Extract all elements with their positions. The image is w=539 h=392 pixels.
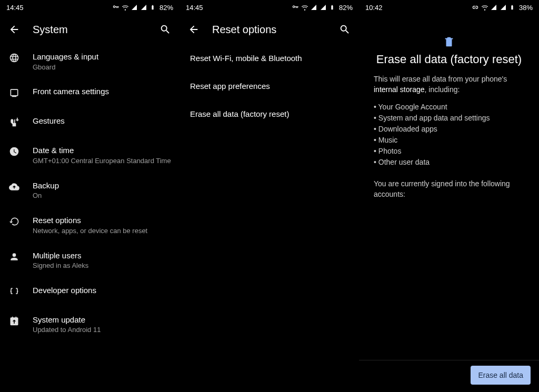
link-icon	[472, 4, 479, 11]
bullet-item: • Music	[374, 135, 524, 146]
bullet-item: • Other user data	[374, 157, 524, 168]
update-icon	[8, 315, 20, 326]
status-time: 14:45	[186, 4, 203, 12]
item-sub: GMT+01:00 Central European Standard Time	[33, 157, 171, 166]
globe-icon	[8, 52, 20, 63]
signal-icon	[141, 4, 148, 11]
signal-icon	[311, 4, 318, 11]
item-sub: Network, apps, or device can be reset	[33, 227, 171, 236]
back-button[interactable]	[8, 24, 20, 35]
bullet-item: • Downloaded apps	[374, 124, 524, 135]
item-label: System update	[33, 315, 171, 325]
signal-icon	[491, 4, 498, 11]
intro-bold: internal storage	[374, 85, 425, 94]
list-item[interactable]: Date & timeGMT+01:00 Central European St…	[0, 138, 179, 173]
app-bar: System	[0, 15, 179, 44]
battery-pct: 38%	[519, 4, 533, 12]
item-label: Gestures	[33, 116, 171, 126]
list-item[interactable]: BackupOn	[0, 173, 179, 208]
erase-intro: This will erase all data from your phone…	[367, 74, 531, 95]
list-item[interactable]: Languages & inputGboard	[0, 44, 179, 79]
list-item[interactable]: Front camera settings	[0, 79, 179, 108]
intro-after: , including:	[425, 85, 460, 94]
bullet-item: • Your Google Account	[374, 102, 524, 113]
trash-icon	[367, 36, 531, 47]
list-item[interactable]: Reset app preferences	[179, 72, 359, 100]
screen-reset-options: 14:45 82% Reset options Reset Wi-Fi, mob…	[179, 0, 359, 392]
erase-heading: Erase all data (factory reset)	[367, 53, 531, 66]
status-right: 82%	[112, 4, 173, 12]
item-label: Developer options	[33, 285, 171, 296]
battery-icon	[150, 4, 157, 11]
key-icon	[292, 4, 299, 11]
back-button[interactable]	[188, 24, 199, 35]
wifi-icon	[122, 4, 129, 11]
item-label: Front camera settings	[33, 86, 171, 97]
item-label: Date & time	[33, 145, 171, 156]
status-bar: 14:45 82%	[0, 0, 179, 15]
list-item[interactable]: System updateUpdated to Android 11	[0, 307, 179, 342]
battery-icon	[510, 4, 517, 11]
signal-icon	[131, 4, 138, 11]
erase-body: Erase all data (factory reset) This will…	[359, 15, 539, 360]
screen-system: 14:45 82% System Languages & inputGboard…	[0, 0, 179, 392]
status-bar: 14:45 82%	[179, 0, 359, 15]
wifi-icon	[301, 4, 308, 11]
footer-bar: Erase all data	[359, 360, 539, 392]
list-item[interactable]: Multiple usersSigned in as Aleks	[0, 243, 179, 278]
status-right: 38%	[472, 4, 533, 12]
battery-icon	[330, 4, 337, 11]
signal-icon	[500, 4, 507, 11]
list-item[interactable]: Erase all data (factory reset)	[179, 100, 359, 128]
status-bar: 10:42 38%	[359, 0, 539, 15]
search-button[interactable]	[339, 24, 351, 35]
reset-icon	[8, 215, 20, 227]
screen-factory-reset: 10:42 38% Erase all data (factory reset)…	[359, 0, 539, 392]
item-sub: Updated to Android 11	[33, 326, 171, 335]
accounts-note: You are currently signed into the follow…	[367, 178, 531, 200]
bullet-item: • System and app data and settings	[374, 113, 524, 124]
gesture-icon	[8, 116, 20, 127]
battery-pct: 82%	[339, 4, 353, 12]
item-sub: Signed in as Aleks	[33, 262, 171, 270]
camera-icon	[8, 86, 20, 98]
wifi-icon	[481, 4, 488, 11]
erase-all-data-button[interactable]: Erase all data	[471, 366, 531, 385]
signal-icon	[320, 4, 327, 11]
bullet-item: • Photos	[374, 146, 524, 157]
page-title: Reset options	[212, 24, 326, 36]
item-sub: On	[33, 192, 171, 200]
status-time: 14:45	[6, 4, 24, 12]
list-item[interactable]: Reset Wi-Fi, mobile & Bluetooth	[179, 44, 359, 72]
item-label: Multiple users	[33, 250, 171, 261]
erase-bullets: • Your Google Account• System and app da…	[367, 102, 531, 168]
clock-icon	[8, 145, 20, 157]
battery-pct: 82%	[159, 4, 173, 12]
item-sub: Gboard	[33, 63, 171, 72]
cloud-icon	[8, 180, 20, 192]
item-label: Backup	[33, 180, 171, 191]
page-title: System	[33, 24, 147, 36]
item-label: Languages & input	[33, 52, 171, 62]
settings-list: Languages & inputGboardFront camera sett…	[0, 44, 179, 392]
person-icon	[8, 250, 20, 262]
list-item[interactable]: Gestures	[0, 108, 179, 138]
item-label: Reset options	[33, 215, 171, 226]
braces-icon	[8, 285, 20, 297]
search-button[interactable]	[159, 24, 171, 35]
reset-list: Reset Wi-Fi, mobile & BluetoothReset app…	[179, 44, 359, 392]
app-bar: Reset options	[179, 15, 359, 44]
list-item[interactable]: Developer options	[0, 278, 179, 307]
intro-before: This will erase all data from your phone…	[374, 75, 507, 83]
key-icon	[112, 4, 119, 11]
status-right: 82%	[292, 4, 353, 12]
list-item[interactable]: Reset optionsNetwork, apps, or device ca…	[0, 208, 179, 243]
status-time: 10:42	[365, 4, 383, 12]
